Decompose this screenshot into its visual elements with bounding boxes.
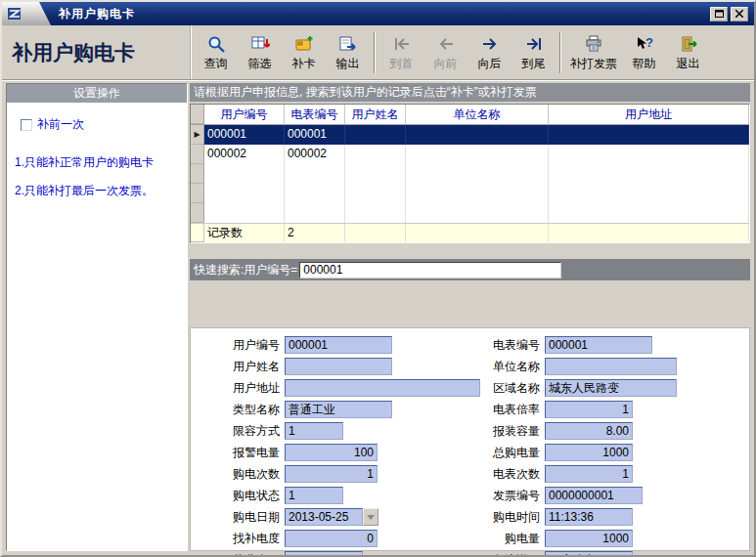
next-record-button[interactable]: 向后 (467, 28, 511, 77)
help-button[interactable]: ? 帮助 (622, 28, 666, 77)
grid-cell (285, 203, 345, 223)
quick-search-label: 快速搜索:用户编号= (194, 262, 297, 278)
field-label: 限容方式 (206, 423, 285, 440)
purchase-times-field[interactable] (285, 465, 378, 483)
prev-record-button[interactable]: 向前 (423, 28, 467, 77)
grid-cell-address[interactable] (549, 145, 749, 164)
grid-cell-unit-name[interactable] (406, 145, 549, 164)
meter-ratio-field[interactable] (545, 401, 633, 418)
last-record-button[interactable]: 到尾 (511, 28, 556, 77)
grid-cell (285, 184, 345, 203)
go-previous-icon (436, 33, 456, 55)
meter-id-field[interactable] (545, 336, 652, 354)
region-name-field[interactable] (545, 379, 677, 397)
user-name-field[interactable] (285, 358, 392, 375)
record-count-label: 记录数 (204, 224, 285, 242)
field-label: 报装容量 (467, 423, 545, 440)
reprint-invoice-button[interactable]: 补打发票 (565, 28, 622, 77)
total-energy-field[interactable] (545, 444, 633, 461)
exit-icon (679, 33, 698, 55)
toolbar-separator (559, 32, 561, 73)
type-name-field[interactable] (285, 401, 392, 418)
field-label: 电表倍率 (467, 402, 545, 418)
grid-cell-user-id[interactable]: 000002 (204, 145, 285, 164)
installed-capacity-field[interactable] (545, 422, 633, 440)
quick-search-input[interactable] (299, 262, 561, 278)
reissue-card-button[interactable]: 补卡 (282, 28, 326, 77)
operator-field[interactable] (285, 551, 363, 557)
table-row-selected[interactable]: ▶ 000001 000001 (191, 125, 749, 145)
filter-label: 筛选 (248, 56, 272, 72)
field-label: 营业人员 (206, 552, 285, 557)
user-address-field[interactable] (285, 379, 480, 397)
exit-label: 退出 (677, 56, 700, 72)
app-logo (2, 2, 51, 25)
toolbar-separator (374, 32, 376, 73)
page-title: 补用户购电卡 (2, 25, 192, 79)
close-icon (735, 10, 743, 18)
unit-name-field[interactable] (545, 358, 677, 375)
grid-cell (406, 224, 549, 242)
reprint-invoice-label: 补打发票 (570, 56, 617, 72)
selected-row-indicator-icon: ▶ (191, 125, 204, 145)
sidebar-note-1: 1.只能补正常用户的购电卡 (15, 154, 179, 171)
first-record-label: 到首 (390, 56, 414, 72)
purchase-time-field[interactable] (545, 508, 633, 526)
empty-grid-row (191, 164, 749, 184)
alarm-energy-field[interactable] (285, 444, 378, 461)
instruction-bar: 请根据用户申报信息, 搜索到该用户的记录后点击“补卡”或补打发票 (190, 83, 750, 102)
grid-cell-unit-name[interactable] (406, 125, 549, 145)
close-button[interactable] (731, 7, 748, 21)
export-icon (338, 33, 358, 55)
card-icon (294, 33, 314, 55)
grid-cell (204, 164, 285, 184)
field-label: 购电次数 (206, 466, 285, 483)
field-label: 备注说明 (467, 552, 545, 557)
titlebar: 补用户购电卡 (2, 2, 754, 25)
detail-form: 用户编号 用户姓名 用户地址 类型名称 限容方式 报警电量 购电次数 购电状态 … (190, 327, 750, 551)
filter-button[interactable]: 筛选 (238, 28, 282, 77)
grid-cell-user-name[interactable] (345, 125, 406, 145)
previous-time-checkbox-row[interactable]: 补前一次 (21, 116, 187, 133)
field-label: 用户姓名 (206, 359, 285, 375)
date-dropdown-button[interactable] (363, 508, 378, 526)
grid-cell (549, 184, 749, 203)
meter-times-field[interactable] (545, 465, 633, 483)
grid-cell-user-name[interactable] (345, 145, 406, 164)
maximize-button[interactable] (710, 7, 728, 21)
grid-cell (204, 203, 285, 223)
grid-header-row: 用户编号 电表编号 用户姓名 单位名称 用户地址 (191, 105, 749, 125)
grid-cell-user-id[interactable]: 000001 (204, 125, 285, 145)
first-record-button[interactable]: 到首 (379, 28, 423, 77)
table-row[interactable]: 000002 000002 (191, 145, 749, 164)
field-label: 购电量 (467, 531, 545, 547)
empty-grid-row (191, 203, 749, 223)
purchase-energy-field[interactable] (545, 530, 633, 547)
field-label: 电表编号 (467, 337, 545, 354)
capacity-mode-field[interactable] (285, 422, 343, 440)
grid-cell-address[interactable] (549, 125, 749, 145)
query-button[interactable]: 查询 (194, 28, 238, 77)
field-label: 单位名称 (467, 359, 545, 375)
adjust-energy-field[interactable] (285, 530, 378, 547)
purchase-date-combo (285, 508, 378, 526)
grid-cell (345, 184, 406, 203)
grid-cell-meter-id[interactable]: 000001 (285, 125, 345, 145)
quick-search-bar: 快速搜索:用户编号= (190, 259, 750, 280)
field-label: 找补电度 (206, 531, 285, 547)
user-id-field[interactable] (285, 336, 392, 354)
checkbox-icon[interactable] (21, 119, 32, 131)
exit-button[interactable]: 退出 (666, 28, 710, 77)
chevron-down-icon (367, 515, 375, 520)
purchase-date-field[interactable] (285, 508, 363, 526)
app-logo-icon (7, 6, 22, 21)
records-grid: 用户编号 电表编号 用户姓名 单位名称 用户地址 ▶ 000001 000001… (190, 104, 750, 243)
export-button[interactable]: 输出 (326, 28, 370, 77)
grid-cell-meter-id[interactable]: 000002 (285, 145, 345, 164)
invoice-no-field[interactable] (545, 487, 643, 504)
purchase-status-field[interactable] (285, 487, 343, 504)
printer-icon (584, 33, 603, 55)
grid-cell (204, 184, 285, 203)
remark-field[interactable] (545, 551, 633, 557)
window-title: 补用户购电卡 (59, 6, 135, 22)
